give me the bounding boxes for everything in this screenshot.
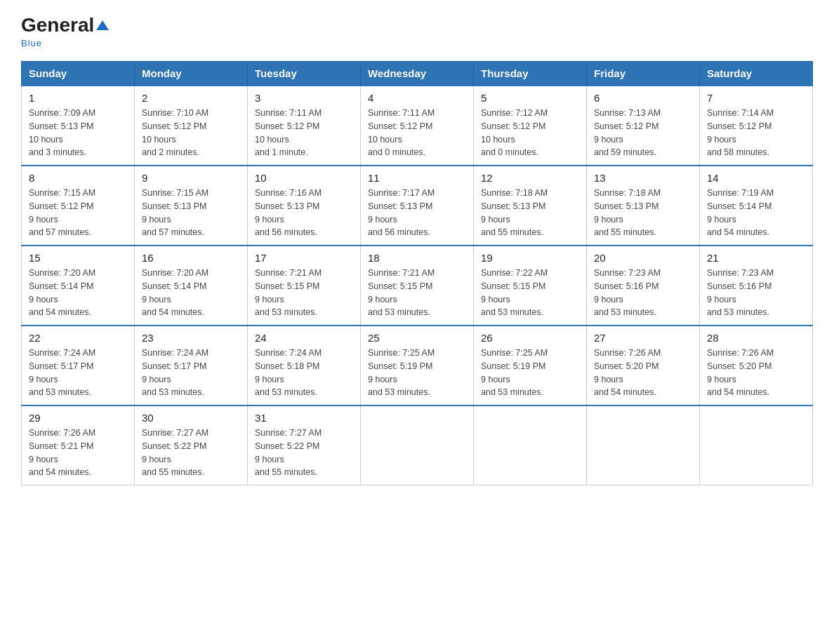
day-number: 25: [368, 332, 466, 344]
day-number: 1: [29, 92, 127, 104]
day-info: Sunrise: 7:24 AMSunset: 5:17 PM9 hoursan…: [142, 347, 240, 399]
calendar-cell: 16Sunrise: 7:20 AMSunset: 5:14 PM9 hours…: [135, 246, 248, 326]
calendar-body: 1Sunrise: 7:09 AMSunset: 5:13 PM10 hours…: [22, 86, 813, 485]
day-info: Sunrise: 7:22 AMSunset: 5:15 PM9 hoursan…: [481, 267, 579, 319]
calendar-cell: 18Sunrise: 7:21 AMSunset: 5:15 PM9 hours…: [361, 246, 474, 326]
day-info: Sunrise: 7:10 AMSunset: 5:12 PM10 hoursa…: [142, 107, 240, 159]
day-info: Sunrise: 7:14 AMSunset: 5:12 PM9 hoursan…: [707, 107, 805, 159]
weekday-header-thursday: Thursday: [474, 62, 587, 86]
day-number: 31: [255, 412, 353, 424]
day-info: Sunrise: 7:13 AMSunset: 5:12 PM9 hoursan…: [594, 107, 692, 159]
calendar-cell: [361, 405, 474, 485]
calendar-cell: 20Sunrise: 7:23 AMSunset: 5:16 PM9 hours…: [587, 246, 700, 326]
day-info: Sunrise: 7:23 AMSunset: 5:16 PM9 hoursan…: [707, 267, 805, 319]
calendar-cell: [474, 405, 587, 485]
calendar-cell: 10Sunrise: 7:16 AMSunset: 5:13 PM9 hours…: [248, 166, 361, 246]
day-number: 8: [29, 172, 127, 184]
day-number: 17: [255, 252, 353, 264]
day-info: Sunrise: 7:27 AMSunset: 5:22 PM9 hoursan…: [255, 427, 353, 479]
day-number: 18: [368, 252, 466, 264]
weekday-header-tuesday: Tuesday: [248, 62, 361, 86]
calendar-cell: [587, 405, 700, 485]
calendar-cell: 4Sunrise: 7:11 AMSunset: 5:12 PM10 hours…: [361, 86, 474, 166]
calendar-cell: 25Sunrise: 7:25 AMSunset: 5:19 PM9 hours…: [361, 326, 474, 405]
day-number: 7: [707, 92, 805, 104]
calendar-table: SundayMondayTuesdayWednesdayThursdayFrid…: [21, 61, 813, 485]
day-info: Sunrise: 7:20 AMSunset: 5:14 PM9 hoursan…: [29, 267, 127, 319]
calendar-cell: 5Sunrise: 7:12 AMSunset: 5:12 PM10 hours…: [474, 86, 587, 166]
calendar-cell: 22Sunrise: 7:24 AMSunset: 5:17 PM9 hours…: [22, 326, 135, 405]
weekday-header-saturday: Saturday: [700, 62, 813, 86]
day-number: 15: [29, 252, 127, 264]
day-number: 9: [142, 172, 240, 184]
calendar-cell: [700, 405, 813, 485]
calendar-cell: 13Sunrise: 7:18 AMSunset: 5:13 PM9 hours…: [587, 166, 700, 246]
day-number: 6: [594, 92, 692, 104]
day-number: 10: [255, 172, 353, 184]
calendar-week-row: 15Sunrise: 7:20 AMSunset: 5:14 PM9 hours…: [22, 246, 813, 326]
calendar-cell: 9Sunrise: 7:15 AMSunset: 5:13 PM9 hoursa…: [135, 166, 248, 246]
weekday-header-wednesday: Wednesday: [361, 62, 474, 86]
logo-triangle-icon: [95, 18, 110, 33]
day-number: 23: [142, 332, 240, 344]
calendar-header: SundayMondayTuesdayWednesdayThursdayFrid…: [22, 62, 813, 86]
calendar-cell: 24Sunrise: 7:24 AMSunset: 5:18 PM9 hours…: [248, 326, 361, 405]
calendar-cell: 2Sunrise: 7:10 AMSunset: 5:12 PM10 hours…: [135, 86, 248, 166]
day-info: Sunrise: 7:18 AMSunset: 5:13 PM9 hoursan…: [481, 187, 579, 239]
day-number: 29: [29, 412, 127, 424]
weekday-header-row: SundayMondayTuesdayWednesdayThursdayFrid…: [22, 62, 813, 86]
day-info: Sunrise: 7:26 AMSunset: 5:21 PM9 hoursan…: [29, 427, 127, 479]
day-info: Sunrise: 7:16 AMSunset: 5:13 PM9 hoursan…: [255, 187, 353, 239]
logo-text: General: [21, 14, 112, 36]
day-info: Sunrise: 7:21 AMSunset: 5:15 PM9 hoursan…: [368, 267, 466, 319]
day-info: Sunrise: 7:21 AMSunset: 5:15 PM9 hoursan…: [255, 267, 353, 319]
svg-marker-0: [96, 20, 109, 30]
day-info: Sunrise: 7:24 AMSunset: 5:17 PM9 hoursan…: [29, 347, 127, 399]
day-number: 13: [594, 172, 692, 184]
logo-general: General: [21, 14, 94, 36]
calendar-cell: 14Sunrise: 7:19 AMSunset: 5:14 PM9 hours…: [700, 166, 813, 246]
calendar-cell: 6Sunrise: 7:13 AMSunset: 5:12 PM9 hoursa…: [587, 86, 700, 166]
weekday-header-friday: Friday: [587, 62, 700, 86]
day-info: Sunrise: 7:24 AMSunset: 5:18 PM9 hoursan…: [255, 347, 353, 399]
logo: General Blue: [21, 14, 112, 48]
weekday-header-sunday: Sunday: [22, 62, 135, 86]
day-info: Sunrise: 7:26 AMSunset: 5:20 PM9 hoursan…: [707, 347, 805, 399]
day-info: Sunrise: 7:11 AMSunset: 5:12 PM10 hoursa…: [368, 107, 466, 159]
weekday-header-monday: Monday: [135, 62, 248, 86]
calendar-cell: 28Sunrise: 7:26 AMSunset: 5:20 PM9 hours…: [700, 326, 813, 405]
logo-subtitle: Blue: [21, 38, 42, 48]
day-info: Sunrise: 7:09 AMSunset: 5:13 PM10 hoursa…: [29, 107, 127, 159]
day-info: Sunrise: 7:19 AMSunset: 5:14 PM9 hoursan…: [707, 187, 805, 239]
day-number: 4: [368, 92, 466, 104]
day-number: 11: [368, 172, 466, 184]
day-info: Sunrise: 7:15 AMSunset: 5:13 PM9 hoursan…: [142, 187, 240, 239]
day-number: 27: [594, 332, 692, 344]
day-number: 12: [481, 172, 579, 184]
calendar-cell: 29Sunrise: 7:26 AMSunset: 5:21 PM9 hours…: [22, 405, 135, 485]
calendar-cell: 21Sunrise: 7:23 AMSunset: 5:16 PM9 hours…: [700, 246, 813, 326]
calendar-week-row: 8Sunrise: 7:15 AMSunset: 5:12 PM9 hoursa…: [22, 166, 813, 246]
day-number: 3: [255, 92, 353, 104]
calendar-week-row: 29Sunrise: 7:26 AMSunset: 5:21 PM9 hours…: [22, 405, 813, 485]
day-number: 14: [707, 172, 805, 184]
calendar-cell: 7Sunrise: 7:14 AMSunset: 5:12 PM9 hoursa…: [700, 86, 813, 166]
day-number: 28: [707, 332, 805, 344]
day-info: Sunrise: 7:25 AMSunset: 5:19 PM9 hoursan…: [368, 347, 466, 399]
calendar-cell: 3Sunrise: 7:11 AMSunset: 5:12 PM10 hours…: [248, 86, 361, 166]
calendar-cell: 26Sunrise: 7:25 AMSunset: 5:19 PM9 hours…: [474, 326, 587, 405]
calendar-cell: 17Sunrise: 7:21 AMSunset: 5:15 PM9 hours…: [248, 246, 361, 326]
calendar-cell: 1Sunrise: 7:09 AMSunset: 5:13 PM10 hours…: [22, 86, 135, 166]
day-info: Sunrise: 7:20 AMSunset: 5:14 PM9 hoursan…: [142, 267, 240, 319]
day-info: Sunrise: 7:15 AMSunset: 5:12 PM9 hoursan…: [29, 187, 127, 239]
day-number: 20: [594, 252, 692, 264]
day-number: 5: [481, 92, 579, 104]
header: General Blue: [21, 14, 813, 48]
calendar-week-row: 22Sunrise: 7:24 AMSunset: 5:17 PM9 hours…: [22, 326, 813, 405]
calendar-cell: 27Sunrise: 7:26 AMSunset: 5:20 PM9 hours…: [587, 326, 700, 405]
day-number: 24: [255, 332, 353, 344]
calendar-cell: 19Sunrise: 7:22 AMSunset: 5:15 PM9 hours…: [474, 246, 587, 326]
calendar-cell: 8Sunrise: 7:15 AMSunset: 5:12 PM9 hoursa…: [22, 166, 135, 246]
day-number: 26: [481, 332, 579, 344]
calendar-week-row: 1Sunrise: 7:09 AMSunset: 5:13 PM10 hours…: [22, 86, 813, 166]
